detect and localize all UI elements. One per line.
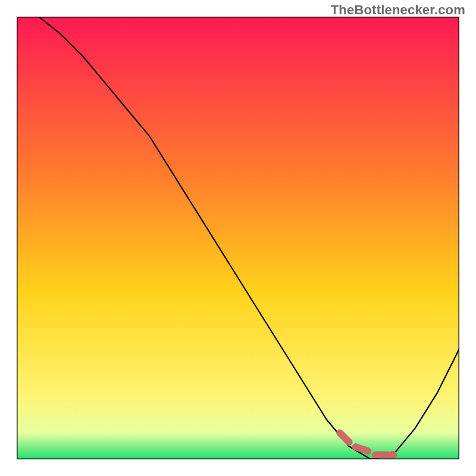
bottleneck-chart <box>17 17 459 459</box>
highlight-dot <box>389 451 397 459</box>
watermark-label: TheBottlenecker.com <box>331 2 465 18</box>
plot-background <box>17 17 459 459</box>
